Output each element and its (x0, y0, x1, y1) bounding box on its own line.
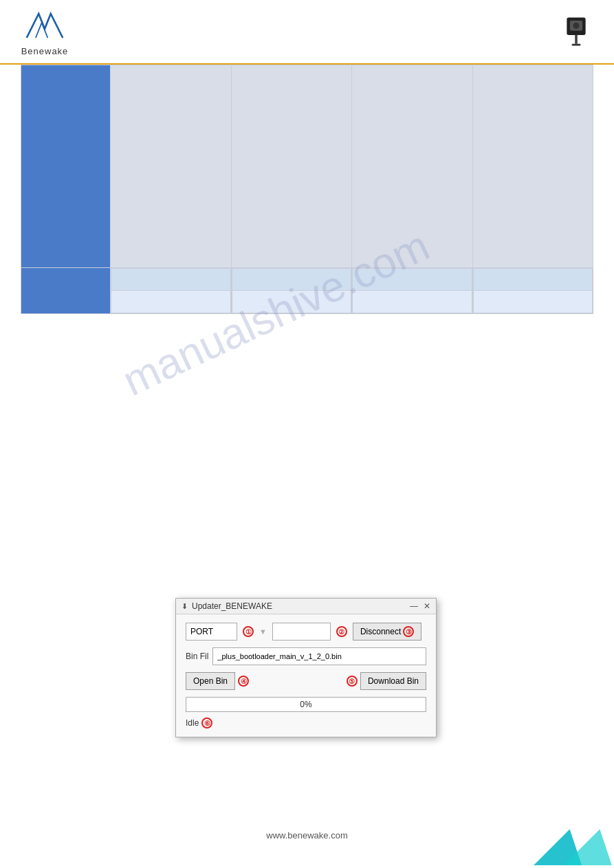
logo-container: Benewake (21, 7, 69, 56)
circle-2: ② (336, 626, 347, 637)
progress-row: 0% (186, 697, 426, 712)
circle-5: ⑤ (347, 676, 358, 687)
progress-bar: 0% (186, 697, 426, 712)
data-table (21, 65, 593, 314)
bin-file-row: Bin Fil (186, 647, 426, 665)
download-bin-button[interactable]: Download Bin (360, 672, 426, 690)
disconnect-button[interactable]: Disconnect③ (353, 623, 421, 641)
table-cell-blue-2 (21, 268, 111, 314)
download-bin-label: Download Bin (368, 676, 419, 686)
progress-text: 0% (300, 700, 311, 709)
updater-dialog: ⬇ Updater_BENEWAKE — ✕ ① ▼ ② Disconnect③… (175, 598, 437, 737)
benewake-logo-icon (21, 7, 69, 45)
svg-rect-4 (572, 44, 581, 46)
svg-point-2 (573, 23, 579, 29)
table-cell-light-3 (352, 65, 473, 268)
table-cell-light-1 (111, 65, 232, 268)
dialog-close-button[interactable]: ✕ (424, 601, 430, 611)
circle-3: ③ (403, 626, 414, 637)
logo-text: Benewake (21, 46, 69, 56)
open-bin-label: Open Bin (193, 676, 228, 686)
open-bin-button[interactable]: Open Bin (186, 672, 235, 690)
bin-file-label: Bin Fil (186, 652, 208, 661)
dialog-body: ① ▼ ② Disconnect③ Bin Fil Open Bin ④ ⑤ (176, 614, 436, 737)
table-cell-blue-light-2 (231, 268, 352, 314)
circle-6: ⑥ (201, 717, 212, 728)
table-row (21, 65, 593, 268)
circle-4: ④ (238, 676, 249, 687)
baud-input[interactable] (272, 623, 331, 641)
table-cell-light-4 (472, 65, 593, 268)
table-cell-light-2 (231, 65, 352, 268)
device-icon (559, 14, 593, 49)
status-row: Idle ⑥ (186, 717, 426, 728)
dialog-titlebar: ⬇ Updater_BENEWAKE — ✕ (176, 599, 436, 614)
arrow-dropdown: ▼ (259, 627, 267, 636)
dialog-title: Updater_BENEWAKE (192, 601, 272, 611)
open-btn-group: Open Bin ④ (186, 672, 249, 690)
dialog-titlebar-controls: — ✕ (410, 601, 430, 611)
open-download-row: Open Bin ④ ⑤ Download Bin (186, 672, 426, 690)
circle-1: ① (243, 626, 254, 637)
bin-file-input[interactable] (212, 647, 426, 665)
footer-logo-right (531, 817, 614, 868)
dialog-row-1: ① ▼ ② Disconnect③ (186, 623, 426, 641)
table-section (0, 65, 614, 314)
dialog-minimize-button[interactable]: — (410, 601, 418, 611)
table-cell-blue-light-3 (352, 268, 473, 314)
download-btn-group: ⑤ Download Bin (347, 672, 426, 690)
footer-url: www.benewake.com (0, 830, 614, 841)
table-row-2 (21, 268, 593, 314)
table-cell-blue-1 (21, 65, 111, 268)
svg-rect-3 (575, 35, 578, 44)
disconnect-label: Disconnect (360, 627, 401, 636)
table-cell-blue-light-4 (472, 268, 593, 314)
footer-arrow-icon (531, 817, 614, 865)
port-input[interactable] (186, 623, 237, 641)
status-label: Idle (186, 718, 199, 728)
table-cell-blue-light-1 (111, 268, 232, 314)
header: Benewake (0, 0, 614, 65)
dialog-download-icon: ⬇ (182, 602, 188, 611)
dialog-titlebar-left: ⬇ Updater_BENEWAKE (182, 601, 272, 611)
